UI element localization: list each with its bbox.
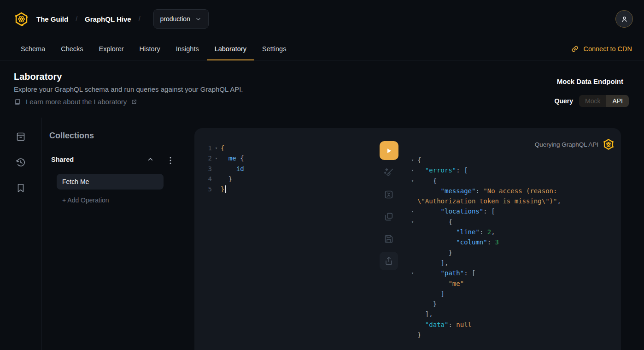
project-nav: Schema Checks Explorer History Insights … xyxy=(0,38,644,60)
collection-menu-kebab-icon[interactable] xyxy=(167,156,174,165)
save-operation-icon[interactable] xyxy=(383,233,394,244)
history-icon xyxy=(15,157,26,168)
breadcrumb-separator: / xyxy=(139,15,141,23)
copy-query-icon[interactable] xyxy=(383,211,394,222)
bookmark-icon xyxy=(15,183,26,194)
tab-schema[interactable]: Schema xyxy=(13,38,53,60)
tab-settings[interactable]: Settings xyxy=(254,38,294,60)
hive-logo-icon xyxy=(603,138,615,150)
external-link-icon xyxy=(131,99,137,105)
connect-to-cdn-label: Connect to CDN xyxy=(583,45,632,53)
link-icon xyxy=(571,45,579,53)
collections-heading: Collections xyxy=(49,131,94,141)
tab-insights[interactable]: Insights xyxy=(168,38,207,60)
chevron-up-icon[interactable] xyxy=(146,155,154,163)
hive-logo-icon[interactable] xyxy=(14,12,29,27)
collection-group-shared[interactable]: Shared xyxy=(51,155,154,163)
bookmarks-button[interactable] xyxy=(15,183,26,194)
query-editor[interactable]: 1▾{2▾ me {3 id4 }5} xyxy=(194,143,374,194)
chevron-down-icon xyxy=(195,16,202,23)
person-icon xyxy=(620,15,629,24)
tab-explorer[interactable]: Explorer xyxy=(91,38,132,60)
merge-fragments-icon[interactable] xyxy=(383,189,394,200)
archive-icon xyxy=(15,131,26,142)
target-selector-dropdown[interactable]: production xyxy=(153,9,209,29)
top-header: The Guild / GraphQL Hive / production xyxy=(0,0,644,38)
endpoint-option-mock[interactable]: Mock xyxy=(579,95,606,107)
execute-query-button[interactable] xyxy=(380,141,398,160)
collection-group-label: Shared xyxy=(51,156,74,163)
endpoint-option-api[interactable]: API xyxy=(606,95,629,107)
learn-more-link[interactable]: Learn more about the Laboratory xyxy=(14,98,137,106)
tab-history[interactable]: History xyxy=(132,38,168,60)
operation-item-fetch-me[interactable]: Fetch Me xyxy=(57,174,164,190)
response-pane: Querying GraphQL API ▾{▾ "errors": [▾ { … xyxy=(409,128,621,350)
graphiql-panel: 1▾{2▾ me {3 id4 }5} xyxy=(194,128,621,350)
history-button[interactable] xyxy=(15,157,26,168)
response-status-text: Querying GraphQL API xyxy=(535,141,598,148)
prettify-icon[interactable] xyxy=(383,167,394,178)
query-toggle-label: Query xyxy=(555,97,573,105)
tab-checks[interactable]: Checks xyxy=(53,38,91,60)
play-icon xyxy=(385,147,393,155)
endpoint-segmented-control: Mock API xyxy=(579,95,629,107)
editor-toolbar xyxy=(379,141,399,270)
share-operation-button[interactable] xyxy=(380,252,398,270)
breadcrumb: The Guild / GraphQL Hive / production xyxy=(14,9,209,29)
page-subtitle: Explore your GraphQL schema and run quer… xyxy=(14,85,243,93)
endpoint-toggle-row: Query Mock API xyxy=(555,95,629,107)
breadcrumb-project[interactable]: GraphQL Hive xyxy=(85,15,131,23)
lab-sidebar-rail xyxy=(0,118,41,350)
share-icon xyxy=(383,255,394,267)
book-icon xyxy=(14,98,21,106)
breadcrumb-org[interactable]: The Guild xyxy=(36,15,68,23)
target-selector-value: production xyxy=(160,15,190,23)
operation-item-label: Fetch Me xyxy=(62,178,89,185)
collections-archive-button[interactable] xyxy=(15,131,26,142)
response-status: Querying GraphQL API xyxy=(535,138,615,150)
breadcrumb-separator: / xyxy=(76,15,77,23)
mock-endpoint-title: Mock Data Endpoint xyxy=(557,77,623,85)
learn-more-label: Learn more about the Laboratory xyxy=(26,98,127,106)
connect-to-cdn-link[interactable]: Connect to CDN xyxy=(571,45,632,53)
response-json[interactable]: ▾{▾ "errors": [▾ { "message": "No access… xyxy=(411,155,619,340)
page-title: Laboratory xyxy=(14,71,62,82)
add-operation-button[interactable]: + Add Operation xyxy=(62,196,109,204)
user-avatar[interactable] xyxy=(615,10,633,28)
tab-laboratory[interactable]: Laboratory xyxy=(207,38,254,60)
